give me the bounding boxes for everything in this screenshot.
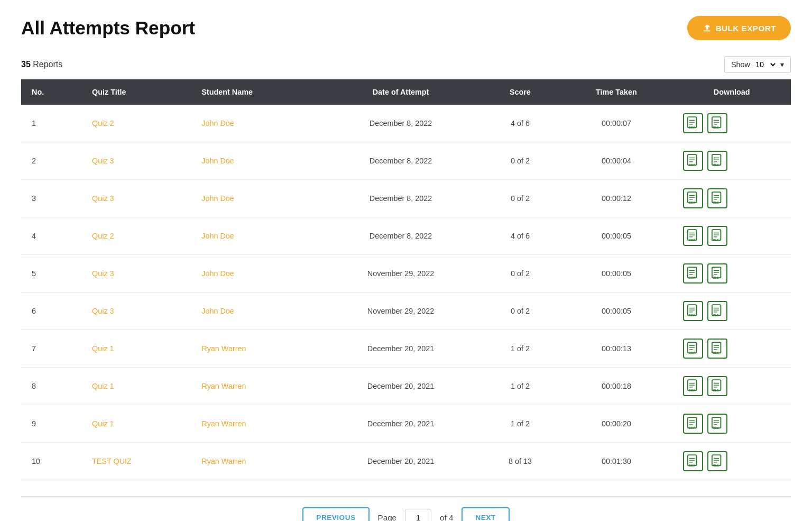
download-icons: CSV XLS: [683, 376, 780, 396]
student-link[interactable]: Ryan Warren: [201, 344, 246, 353]
quiz-link[interactable]: Quiz 1: [92, 419, 114, 428]
cell-student: John Doe: [191, 142, 321, 180]
cell-score: 0 of 2: [480, 142, 560, 180]
student-link[interactable]: John Doe: [201, 157, 234, 165]
page-title: All Attempts Report: [21, 17, 195, 39]
csv-icon: CSV: [687, 417, 699, 431]
quiz-link[interactable]: Quiz 1: [92, 382, 114, 390]
cell-student: John Doe: [191, 255, 321, 293]
quiz-link[interactable]: Quiz 1: [92, 344, 114, 353]
cell-date: December 20, 2021: [321, 368, 480, 405]
cell-download: CSV XLS: [672, 293, 791, 330]
csv-icon: CSV: [687, 454, 699, 468]
bulk-export-button[interactable]: BULK EXPORT: [687, 16, 791, 40]
student-link[interactable]: Ryan Warren: [201, 457, 246, 465]
col-time: Time Taken: [560, 79, 673, 105]
show-select[interactable]: 10 25 50 100: [753, 60, 777, 69]
svg-text:XLS: XLS: [713, 389, 719, 392]
cell-quiz: Quiz 3: [81, 255, 191, 293]
xls-download-button[interactable]: XLS: [707, 376, 727, 396]
download-icons: CSV XLS: [683, 301, 780, 321]
cell-quiz: Quiz 2: [81, 217, 191, 255]
csv-download-button[interactable]: CSV: [683, 226, 703, 246]
table-row: 9 Quiz 1 Ryan Warren December 20, 2021 1…: [21, 405, 791, 443]
csv-icon: CSV: [687, 304, 699, 318]
show-label: Show: [731, 60, 750, 69]
cell-quiz: Quiz 1: [81, 330, 191, 368]
cell-download: CSV XLS: [672, 180, 791, 217]
cell-score: 0 of 2: [480, 180, 560, 217]
cell-score: 1 of 2: [480, 330, 560, 368]
xls-download-button[interactable]: XLS: [707, 113, 727, 133]
col-score: Score: [480, 79, 560, 105]
download-icons: CSV XLS: [683, 113, 780, 133]
student-link[interactable]: John Doe: [201, 269, 234, 278]
cell-date: December 8, 2022: [321, 142, 480, 180]
svg-text:XLS: XLS: [713, 426, 719, 429]
chevron-down-icon: ▾: [780, 60, 784, 69]
student-link[interactable]: John Doe: [201, 194, 234, 203]
cell-student: Ryan Warren: [191, 368, 321, 405]
next-button[interactable]: NEXT: [462, 507, 509, 521]
xls-download-button[interactable]: XLS: [707, 188, 727, 208]
csv-download-button[interactable]: CSV: [683, 414, 703, 434]
quiz-link[interactable]: Quiz 2: [92, 232, 114, 240]
cell-score: 8 of 13: [480, 443, 560, 480]
quiz-link[interactable]: Quiz 3: [92, 269, 114, 278]
export-icon: [702, 23, 712, 33]
previous-button[interactable]: PREVIOUS: [302, 507, 369, 521]
cell-quiz: Quiz 3: [81, 180, 191, 217]
cell-time: 00:00:05: [560, 255, 673, 293]
csv-download-button[interactable]: CSV: [683, 376, 703, 396]
cell-no: 10: [21, 443, 81, 480]
csv-download-button[interactable]: CSV: [683, 301, 703, 321]
student-link[interactable]: Ryan Warren: [201, 419, 246, 428]
cell-date: December 8, 2022: [321, 217, 480, 255]
csv-download-button[interactable]: CSV: [683, 451, 703, 471]
csv-download-button[interactable]: CSV: [683, 113, 703, 133]
cell-no: 1: [21, 105, 81, 142]
cell-time: 00:00:04: [560, 142, 673, 180]
quiz-link[interactable]: Quiz 3: [92, 307, 114, 315]
csv-download-button[interactable]: CSV: [683, 339, 703, 359]
csv-icon: CSV: [687, 342, 699, 355]
xls-icon: XLS: [712, 191, 723, 205]
csv-download-button[interactable]: CSV: [683, 188, 703, 208]
xls-download-button[interactable]: XLS: [707, 263, 727, 284]
cell-quiz: Quiz 1: [81, 405, 191, 443]
cell-no: 8: [21, 368, 81, 405]
quiz-link[interactable]: Quiz 2: [92, 119, 114, 127]
csv-download-button[interactable]: CSV: [683, 151, 703, 171]
svg-text:CSV: CSV: [689, 126, 695, 129]
quiz-link[interactable]: Quiz 3: [92, 194, 114, 203]
cell-date: December 8, 2022: [321, 105, 480, 142]
xls-download-button[interactable]: XLS: [707, 226, 727, 246]
csv-download-button[interactable]: CSV: [683, 263, 703, 284]
cell-time: 00:00:05: [560, 293, 673, 330]
cell-no: 4: [21, 217, 81, 255]
csv-icon: CSV: [687, 191, 699, 205]
xls-download-button[interactable]: XLS: [707, 451, 727, 471]
xls-download-button[interactable]: XLS: [707, 151, 727, 171]
page-input[interactable]: [405, 509, 431, 522]
cell-student: Ryan Warren: [191, 330, 321, 368]
csv-icon: CSV: [687, 154, 699, 168]
xls-download-button[interactable]: XLS: [707, 301, 727, 321]
csv-icon: CSV: [687, 229, 699, 243]
quiz-link[interactable]: Quiz 3: [92, 157, 114, 165]
svg-text:XLS: XLS: [713, 239, 719, 242]
quiz-link[interactable]: TEST QUIZ: [92, 457, 132, 465]
student-link[interactable]: Ryan Warren: [201, 382, 246, 390]
xls-download-button[interactable]: XLS: [707, 339, 727, 359]
of-label: of 4: [440, 513, 453, 521]
show-select-wrapper[interactable]: Show 10 25 50 100 ▾: [724, 56, 791, 73]
cell-score: 0 of 2: [480, 255, 560, 293]
table-row: 8 Quiz 1 Ryan Warren December 20, 2021 1…: [21, 368, 791, 405]
svg-text:XLS: XLS: [713, 351, 719, 354]
xls-download-button[interactable]: XLS: [707, 414, 727, 434]
table-row: 5 Quiz 3 John Doe November 29, 2022 0 of…: [21, 255, 791, 293]
student-link[interactable]: John Doe: [201, 119, 234, 127]
student-link[interactable]: John Doe: [201, 307, 234, 315]
csv-icon: CSV: [687, 379, 699, 393]
student-link[interactable]: John Doe: [201, 232, 234, 240]
